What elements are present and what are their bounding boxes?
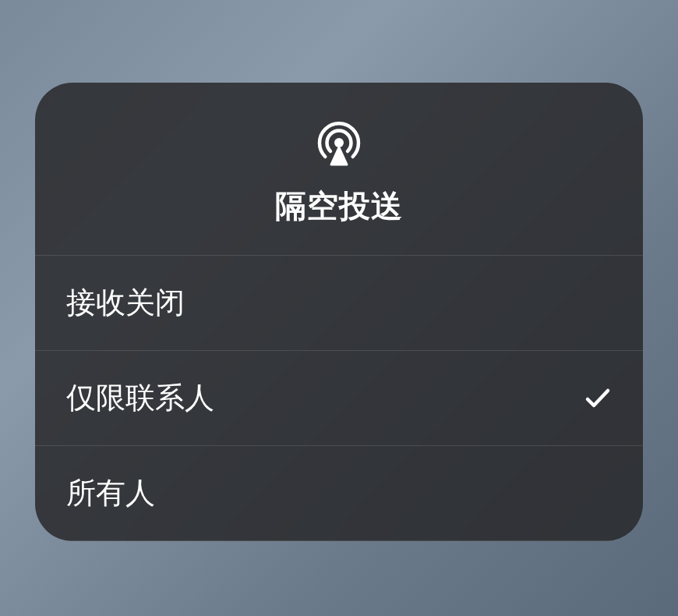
panel-title: 隔空投送 <box>275 185 403 228</box>
option-label: 仅限联系人 <box>66 378 214 418</box>
svg-point-0 <box>334 138 344 147</box>
checkmark-icon <box>584 384 612 412</box>
option-everyone[interactable]: 所有人 <box>35 446 643 541</box>
option-receiving-off[interactable]: 接收关闭 <box>35 256 643 351</box>
airdrop-panel: 隔空投送 接收关闭 仅限联系人 所有人 <box>35 83 643 541</box>
option-label: 接收关闭 <box>66 283 185 323</box>
option-contacts-only[interactable]: 仅限联系人 <box>35 351 643 446</box>
airdrop-icon <box>314 118 364 168</box>
panel-header: 隔空投送 <box>35 83 643 256</box>
option-label: 所有人 <box>66 473 155 513</box>
options-list: 接收关闭 仅限联系人 所有人 <box>35 256 643 541</box>
